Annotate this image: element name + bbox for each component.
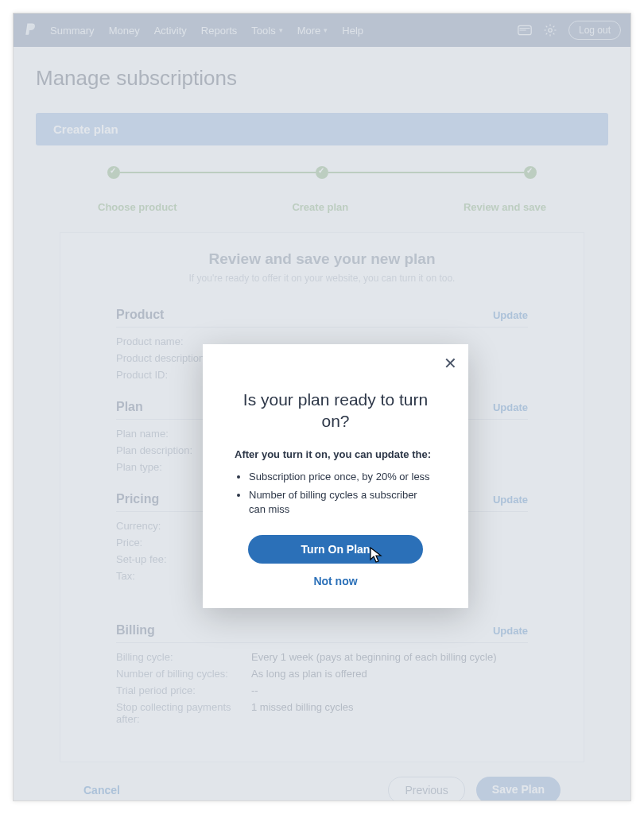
modal-bullets: Subscription price once, by 20% or less … — [235, 470, 436, 517]
close-icon[interactable]: ✕ — [444, 355, 457, 371]
turn-on-plan-button[interactable]: Turn On Plan — [248, 535, 423, 564]
modal-bullet: Number of billing cycles a subscriber ca… — [249, 488, 436, 516]
not-now-link[interactable]: Not now — [235, 575, 436, 587]
modal-bullet: Subscription price once, by 20% or less — [249, 470, 436, 484]
modal-lead: After you turn it on, you can update the… — [235, 448, 436, 460]
turn-on-plan-modal: ✕ Is your plan ready to turn on? After y… — [203, 344, 468, 608]
modal-title: Is your plan ready to turn on? — [235, 389, 436, 432]
